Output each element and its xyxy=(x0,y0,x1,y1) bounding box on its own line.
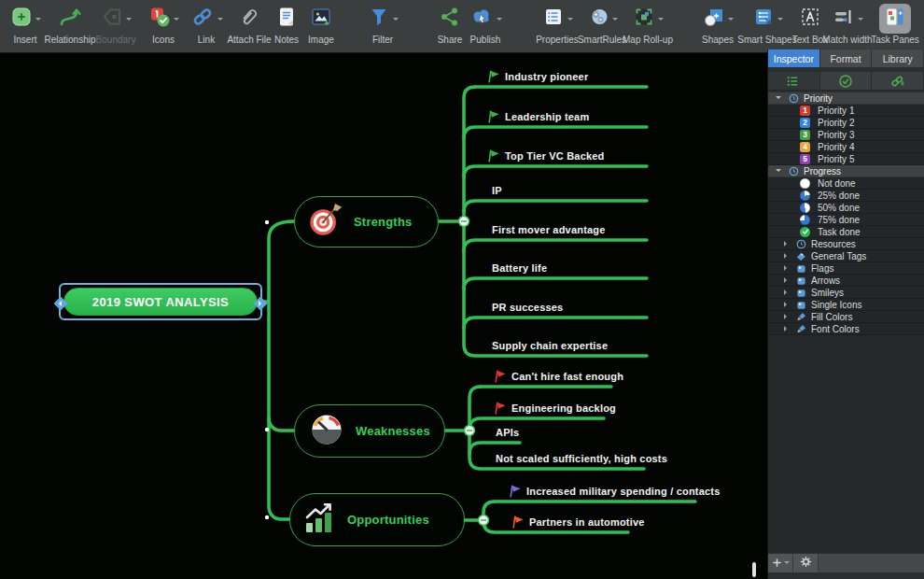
tree-label: Smileys xyxy=(811,288,844,298)
tree-group-single-icons[interactable]: Single Icons xyxy=(768,299,924,311)
central-topic-label: 2019 SWOT ANALYSIS xyxy=(92,295,229,309)
toolbar-image[interactable]: Image xyxy=(288,4,354,45)
toolbar-filter[interactable]: Filter xyxy=(350,4,415,45)
subtopic[interactable]: Top Tier VC Backed xyxy=(486,148,605,163)
topic-label: Opportunities xyxy=(347,513,429,527)
cloud-upload-icon xyxy=(469,6,494,32)
list-icon[interactable] xyxy=(768,72,820,90)
tree-label: Arrows xyxy=(811,275,840,286)
toolbar-label: Boundary xyxy=(96,35,136,45)
subtopic[interactable]: Engineering backlog xyxy=(493,401,616,416)
tree-group-arrows[interactable]: Arrows xyxy=(768,275,924,287)
tree-label: Fill Colors xyxy=(811,312,852,322)
curved-arrow-icon xyxy=(58,6,82,32)
add-marker-button[interactable] xyxy=(768,554,793,572)
chevron-down-icon xyxy=(393,18,399,23)
tree-label: Font Colors xyxy=(811,324,860,334)
topic-strengths[interactable]: Strengths xyxy=(294,196,439,247)
flag-icon xyxy=(493,401,507,417)
subtopic[interactable]: IP xyxy=(492,183,502,198)
tree-group-general-tags[interactable]: General Tags xyxy=(768,250,924,262)
map-canvas[interactable]: 2019 SWOT ANALYSIS Strengths Weaknesses … xyxy=(0,53,767,579)
topic-label: Strengths xyxy=(354,215,412,229)
toolbar-task-panes[interactable]: Task Panes xyxy=(866,4,924,45)
selection-box: 2019 SWOT ANALYSIS xyxy=(59,283,262,320)
tree-item-25-done[interactable]: 25% done xyxy=(768,190,924,202)
disclosure-icon[interactable] xyxy=(783,241,791,247)
tree-item-not-done[interactable]: Not done xyxy=(768,177,924,190)
disclosure-icon[interactable] xyxy=(783,253,791,259)
tree-item-priority-1[interactable]: 1Priority 1 xyxy=(768,105,924,117)
disclosure-icon[interactable] xyxy=(776,94,784,102)
tree-item-50-done[interactable]: 50% done xyxy=(768,202,924,214)
tree-item-task-done[interactable]: Task done xyxy=(768,226,924,238)
tab-format[interactable]: Format xyxy=(820,49,873,67)
toolbar-map-rollup[interactable]: Map Roll-up xyxy=(615,4,680,45)
clock-check-icon[interactable] xyxy=(820,72,873,90)
toolbar-label: Publish xyxy=(470,35,501,45)
flag-icon xyxy=(486,148,500,164)
disclosure-icon[interactable] xyxy=(783,302,791,307)
list-box-icon xyxy=(542,6,565,32)
tree-item-priority-3[interactable]: 3Priority 3 xyxy=(768,129,924,141)
priority-1-icon: 1 xyxy=(800,106,810,116)
toolbar-label: Image xyxy=(308,35,334,45)
disclosure-icon[interactable] xyxy=(783,326,791,332)
flag-icon xyxy=(508,484,522,500)
subtopic[interactable]: Leadership team xyxy=(486,109,589,124)
subtopic-label: Can't hire fast enough xyxy=(511,371,623,382)
tree-group-fill-colors[interactable]: Fill Colors xyxy=(768,311,924,323)
box-icon xyxy=(796,300,806,310)
subtopic[interactable]: Increased military spending / contacts xyxy=(508,484,721,499)
tree-label: Resources xyxy=(811,239,856,249)
subtopic[interactable]: Can't hire fast enough xyxy=(493,369,623,384)
tree-item-priority-5[interactable]: 5Priority 5 xyxy=(768,153,924,165)
settings-button[interactable] xyxy=(793,554,819,572)
tree-item-priority-2[interactable]: 2Priority 2 xyxy=(768,117,924,129)
disclosure-icon[interactable] xyxy=(776,167,784,175)
priority-4-icon: 4 xyxy=(800,142,810,152)
sidebar-tabs: Inspector Format Library xyxy=(768,49,924,67)
gauge-icon xyxy=(308,411,345,451)
topic-weaknesses[interactable]: Weaknesses xyxy=(294,404,445,458)
toolbar-publish[interactable]: Publish xyxy=(453,4,518,45)
subtopic[interactable]: First mover advantage xyxy=(492,222,606,237)
tree-item-75-done[interactable]: 75% done xyxy=(768,214,924,226)
topic-opportunities[interactable]: Opportunities xyxy=(289,493,465,546)
tree-label: Progress xyxy=(804,166,841,177)
tree-label: Priority 2 xyxy=(818,118,854,128)
canvas-scrollbar-thumb[interactable] xyxy=(752,562,756,577)
disclosure-icon[interactable] xyxy=(783,290,791,295)
subtopic[interactable]: APIs xyxy=(496,425,519,440)
tree-group-flags[interactable]: Flags xyxy=(768,262,924,275)
task-pane-sidebar: Inspector Format Library Priority 1Prior… xyxy=(767,49,924,579)
tree-group-resources[interactable]: Resources xyxy=(768,238,924,250)
flag-icon xyxy=(486,109,500,125)
disclosure-icon[interactable] xyxy=(783,277,791,283)
tree-group-font-colors[interactable]: Font Colors xyxy=(768,323,924,335)
link-pin-icon[interactable] xyxy=(872,72,924,90)
tree-group-priority[interactable]: Priority xyxy=(768,92,924,105)
tree-group-progress[interactable]: Progress xyxy=(768,165,924,177)
subtopic[interactable]: PR successes xyxy=(492,300,563,315)
funnel-icon xyxy=(368,6,390,32)
tree-label: 75% done xyxy=(818,215,860,225)
subtopic[interactable]: Battery life xyxy=(492,261,547,275)
disclosure-icon[interactable] xyxy=(783,265,791,271)
tree-item-priority-4[interactable]: 4Priority 4 xyxy=(768,141,924,153)
subtopic[interactable]: Industry pioneer xyxy=(486,69,588,84)
priority-5-icon: 5 xyxy=(800,154,810,164)
subtopic[interactable]: Partners in automotive xyxy=(511,515,645,530)
brush-icon xyxy=(796,312,806,322)
clock-icon xyxy=(789,166,799,177)
subtopic[interactable]: Not scaled sufficiently, high costs xyxy=(496,451,667,466)
inspector-mode-switcher xyxy=(768,71,924,91)
chevron-down-icon xyxy=(497,18,502,23)
subtopic[interactable]: Supply chain expertise xyxy=(492,338,608,353)
central-topic[interactable]: 2019 SWOT ANALYSIS xyxy=(63,288,258,316)
tab-inspector[interactable]: Inspector xyxy=(768,49,820,67)
chevron-down-icon xyxy=(728,18,734,23)
tree-group-smileys[interactable]: Smileys xyxy=(768,287,924,299)
tab-library[interactable]: Library xyxy=(872,49,924,67)
disclosure-icon[interactable] xyxy=(783,314,791,319)
